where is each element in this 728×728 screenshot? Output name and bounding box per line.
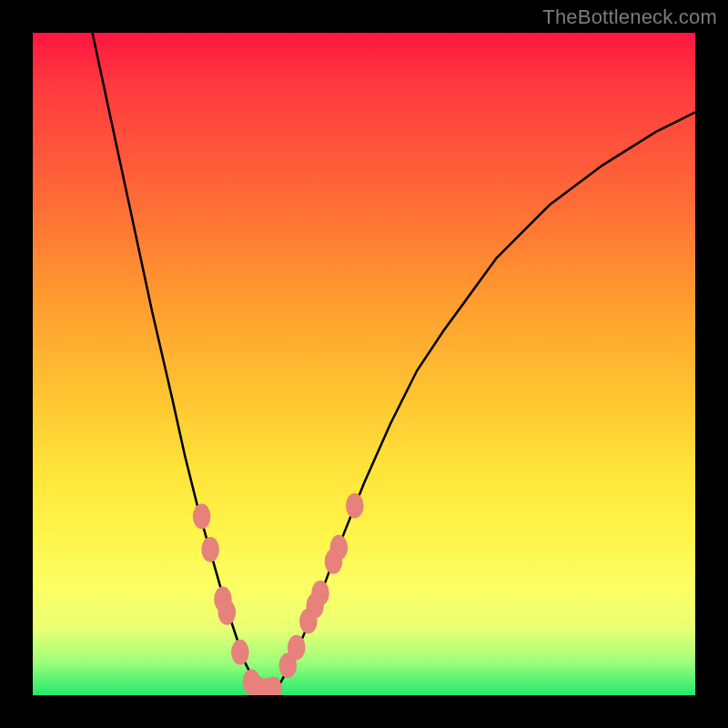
chart-frame: TheBottleneck.com xyxy=(0,0,728,728)
marker-bead xyxy=(193,504,211,530)
plot-area xyxy=(33,33,695,695)
marker-bead xyxy=(288,635,306,661)
marker-bead xyxy=(231,640,249,665)
marker-bead xyxy=(217,600,236,625)
marker-bead xyxy=(346,493,364,519)
chart-svg xyxy=(33,33,695,695)
marker-bead xyxy=(311,581,329,606)
marker-group xyxy=(193,493,364,695)
marker-bead xyxy=(201,537,219,562)
marker-bead xyxy=(330,535,349,561)
curve-line xyxy=(93,33,695,692)
watermark-text: TheBottleneck.com xyxy=(542,5,717,29)
